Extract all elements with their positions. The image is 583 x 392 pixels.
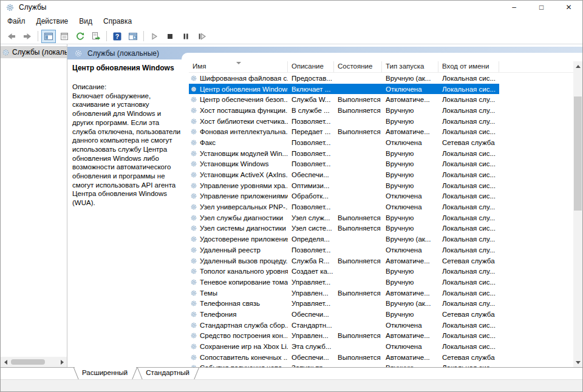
- service-gear-icon: [190, 246, 197, 254]
- table-row[interactable]: Телефонная связьУправляет...Вручную (ак.…: [189, 298, 499, 309]
- table-row[interactable]: Удостоверение приложенияОпределя...Вручн…: [189, 234, 499, 245]
- table-row[interactable]: Центр обновления WindowsВключает ...Откл…: [189, 84, 499, 95]
- menu-file[interactable]: Файл: [2, 15, 31, 27]
- maximize-button[interactable]: □: [528, 1, 555, 14]
- scroll-up-arrow-icon[interactable]: [573, 61, 582, 71]
- scroll-right-arrow-icon[interactable]: [57, 357, 67, 367]
- tab-extended[interactable]: Расширенный: [73, 368, 137, 379]
- stop-service-button[interactable]: [163, 30, 177, 43]
- back-button[interactable]: [4, 30, 19, 43]
- tree-item-services-local[interactable]: Службы (локальные): [1, 46, 67, 58]
- table-row[interactable]: Тополог канального уровняСоздает ка...Вр…: [189, 266, 499, 277]
- column-header-status[interactable]: Состояние: [334, 61, 382, 72]
- cell-startup: Вручную: [382, 363, 438, 367]
- cell-desc: Обеспечи...: [288, 309, 334, 320]
- table-row[interactable]: ФаксПозволяет...ОтключенаСетевая служба: [189, 137, 499, 148]
- cell-name: Хост библиотеки счетчика...: [189, 116, 288, 127]
- extended-view-button[interactable]: [126, 30, 140, 43]
- table-row[interactable]: Удаленный вызов процеду...Служба R...Вып…: [189, 255, 499, 266]
- menu-action[interactable]: Действие: [31, 15, 74, 27]
- cell-logon: Сетевая служба: [438, 137, 499, 148]
- cell-name: Фоновая интеллектуальна...: [189, 126, 288, 137]
- refresh-button[interactable]: [73, 30, 87, 43]
- table-row[interactable]: Узел универсальных PNP-...Позволяет...От…: [189, 201, 499, 212]
- table-row[interactable]: Хост поставщика функции...В службе ...Вы…: [189, 105, 499, 116]
- start-service-button[interactable]: [147, 30, 162, 43]
- table-row[interactable]: Управление уровнями хра...Оптимизи...Вру…: [189, 180, 499, 191]
- cell-name: Средство построения кон...: [189, 331, 288, 342]
- table-row[interactable]: Управление приложениямиОбработк...Отключ…: [189, 191, 499, 202]
- service-gear-icon: [190, 107, 197, 114]
- cell-startup: Вручную: [382, 169, 438, 180]
- scroll-down-arrow-icon[interactable]: [573, 357, 582, 367]
- scrollbar-thumb[interactable]: [574, 96, 582, 211]
- column-header-log-on-as[interactable]: Вход от имени: [438, 61, 499, 72]
- table-row[interactable]: События получения непоЗапуск пр...Вручну…: [189, 363, 499, 367]
- column-header-startup-type[interactable]: Тип запуска: [382, 61, 438, 72]
- cell-name: Сохранение игр на Xbox Li...: [189, 341, 288, 352]
- table-row[interactable]: Хост библиотеки счетчика...Позволяет...В…: [189, 116, 499, 127]
- cell-desc: Обеспечи...: [288, 169, 334, 180]
- list-vertical-scrollbar[interactable]: [573, 61, 582, 367]
- menu-help[interactable]: Справка: [98, 15, 137, 27]
- cell-status: Выполняется: [334, 212, 382, 223]
- show-console-tree-button[interactable]: [41, 30, 56, 43]
- table-row[interactable]: Сопоставитель конечных ...Обеспечи...Вып…: [189, 352, 499, 363]
- table-row[interactable]: Узел системы диагностикиУзел систе...Вып…: [189, 223, 499, 234]
- cell-desc: Передает ...: [288, 126, 334, 137]
- table-row[interactable]: Узел службы диагностикиУзел служ...Выпол…: [189, 212, 499, 223]
- help-button[interactable]: ?: [110, 30, 124, 43]
- table-row[interactable]: Установщик модулей Win...Позволяет...Вру…: [189, 148, 499, 159]
- cell-logon: Локальная сис...: [438, 341, 499, 352]
- restart-service-button[interactable]: [194, 30, 209, 43]
- table-row[interactable]: Стандартная служба сбор...Стандартн...От…: [189, 320, 499, 331]
- service-gear-icon: [190, 128, 197, 135]
- table-row[interactable]: Установщик WindowsПозволяет...ВручнуюЛок…: [189, 159, 499, 170]
- cell-logon: Локальная сис...: [438, 320, 499, 331]
- table-row[interactable]: Фоновая интеллектуальна...Передает ...Вы…: [189, 126, 499, 137]
- export-list-button[interactable]: [89, 30, 103, 43]
- service-gear-icon: [190, 139, 197, 146]
- properties-button[interactable]: [57, 30, 72, 43]
- refresh-icon: [75, 32, 85, 41]
- close-button[interactable]: ✕: [555, 1, 582, 14]
- table-row[interactable]: ТелефонияОбеспечи...ВручнуюСетевая служб…: [189, 309, 499, 320]
- scroll-left-arrow-icon[interactable]: [1, 357, 10, 367]
- cell-desc: Узел служ...: [288, 212, 334, 223]
- cell-logon: Локальная сис...: [438, 126, 499, 137]
- cell-logon: Локальная сис...: [438, 84, 499, 95]
- table-row[interactable]: Средство построения кон...Управлен...Вып…: [189, 331, 499, 342]
- service-gear-icon: [190, 279, 197, 286]
- table-row[interactable]: ТемыУправлен...ВыполняетсяАвтоматиче...Л…: [189, 288, 499, 299]
- table-row[interactable]: Теневое копирование томаУправляет...Вруч…: [189, 277, 499, 288]
- tree-horizontal-scrollbar[interactable]: [1, 357, 67, 367]
- service-gear-icon: [190, 75, 197, 82]
- minimize-button[interactable]: –: [500, 1, 528, 14]
- scrollbar-thumb[interactable]: [11, 359, 45, 365]
- table-row[interactable]: Установщик ActiveX (AxIns...Обеспечи...В…: [189, 169, 499, 180]
- cell-logon: Локальная слу...: [438, 105, 499, 116]
- pause-service-button[interactable]: [179, 30, 193, 43]
- table-row[interactable]: Шифрованная файловая с...Предостав...Вру…: [189, 73, 499, 84]
- service-gear-icon: [190, 300, 197, 307]
- cell-logon: Сетевая служба: [438, 255, 499, 266]
- service-gear-icon: [190, 203, 197, 211]
- forward-button[interactable]: [20, 30, 35, 43]
- column-header-name[interactable]: Имя: [189, 61, 288, 72]
- table-row[interactable]: Удаленный реестрПозволяет...ОтключенаЛок…: [189, 245, 499, 255]
- cell-logon: Локальная сис...: [438, 288, 499, 299]
- cell-status: [334, 266, 382, 277]
- tab-standard[interactable]: Стандартный: [137, 368, 199, 379]
- cell-logon: Локальная сис...: [438, 331, 499, 342]
- menu-bar: Файл Действие Вид Справка: [1, 14, 582, 29]
- service-gear-icon: [190, 311, 197, 318]
- menu-view[interactable]: Вид: [73, 15, 98, 27]
- table-row[interactable]: Центр обеспечения безоп...Служба W...Вып…: [189, 94, 499, 105]
- table-row[interactable]: Сохранение игр на Xbox Li...Эта служб...…: [189, 341, 499, 352]
- cell-startup: Отключена: [382, 201, 438, 212]
- column-header-description[interactable]: Описание: [288, 61, 334, 72]
- service-gear-icon: [190, 225, 197, 232]
- cell-desc: Позволяет...: [288, 245, 334, 255]
- cell-desc: Позволяет...: [288, 148, 334, 159]
- cell-logon: Локальная сис...: [438, 223, 499, 234]
